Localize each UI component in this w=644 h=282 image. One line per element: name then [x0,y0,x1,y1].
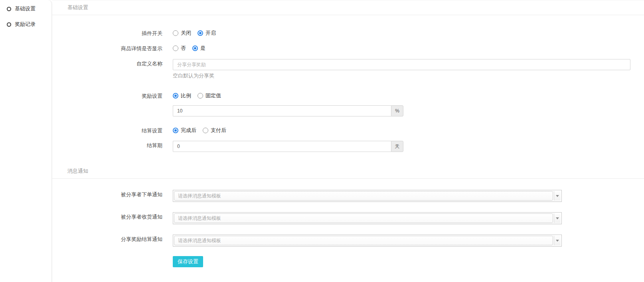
sidebar: 基础设置 奖励记录 [0,0,52,282]
radio-circle-icon [7,7,11,11]
notify-order-label: 被分享者下单通知 [52,190,162,198]
radio-icon[interactable] [173,128,178,133]
radio-option-after-complete[interactable]: 完成后 [173,127,196,134]
settings-panel: 基础设置 插件开关 关闭 开启 商品详情是否显示 否 是 [52,0,644,282]
radio-option-label: 完成后 [181,127,196,134]
reward-type-label: 奖励设置 [52,91,162,100]
notify-settle-label: 分享奖励结算通知 [52,235,162,243]
section-title-notify: 消息通知 [52,164,644,179]
plugin-switch-label: 插件开关 [52,29,162,37]
custom-name-label: 自定义名称 [52,59,162,67]
radio-option-label: 固定值 [205,92,221,99]
select-placeholder: 请选择消息通知模板 [174,191,553,201]
form-row-notify-receive: 被分享者收货通知 请选择消息通知模板 [52,212,644,224]
settle-type-label: 结算设置 [52,126,162,134]
chevron-down-icon[interactable] [554,213,561,223]
settle-period-label: 结算期 [52,141,162,149]
detail-show-radio-group: 否 是 [173,44,212,52]
sidebar-item-reward-records[interactable]: 奖励记录 [0,20,51,28]
section-title-basic: 基础设置 [52,0,644,15]
save-settings-button[interactable]: 保存设置 [173,256,203,267]
radio-option-label: 否 [181,45,186,52]
sidebar-item-label: 奖励记录 [15,21,36,28]
radio-option-label: 是 [200,45,205,52]
radio-option-label: 开启 [205,30,216,37]
radio-icon[interactable] [173,30,178,36]
select-placeholder: 请选择消息通知模板 [174,213,553,223]
radio-option-ratio[interactable]: 比例 [173,92,191,99]
notify-settle-select[interactable]: 请选择消息通知模板 [173,235,562,247]
radio-option-off[interactable]: 关闭 [173,30,191,37]
form-row-plugin-switch: 插件开关 关闭 开启 [52,29,644,37]
radio-option-fixed[interactable]: 固定值 [198,92,221,99]
reward-value-input[interactable] [173,105,391,116]
settle-period-group: 天 [173,141,403,152]
radio-option-on[interactable]: 开启 [198,30,216,37]
reward-value-group: % [173,105,403,116]
settle-type-radio-group: 完成后 支付后 [173,126,233,134]
plugin-switch-radio-group: 关闭 开启 [173,29,222,37]
form-row-settle-period: 结算期 天 [52,141,644,152]
reward-value-label-spacer [52,105,162,106]
radio-icon[interactable] [198,30,203,36]
sidebar-item-label: 基础设置 [15,5,36,12]
chevron-down-icon[interactable] [554,191,561,201]
notify-receive-select[interactable]: 请选择消息通知模板 [173,212,562,224]
radio-option-after-pay[interactable]: 支付后 [203,127,226,134]
sidebar-item-basic-settings[interactable]: 基础设置 [0,5,51,13]
form-row-detail-show: 商品详情是否显示 否 是 [52,44,644,52]
radio-icon[interactable] [203,128,208,133]
settle-period-input[interactable] [173,141,391,152]
radio-icon[interactable] [173,45,178,51]
custom-name-help: 空白默认为分享奖 [173,72,630,79]
radio-option-label: 关闭 [181,30,191,37]
radio-icon[interactable] [198,93,203,99]
chevron-down-icon[interactable] [554,236,561,245]
radio-option-label: 支付后 [211,127,226,134]
detail-show-label: 商品详情是否显示 [52,44,162,52]
form-row-custom-name: 自定义名称 空白默认为分享奖 [52,59,644,79]
form-row-reward-value: % [52,105,644,116]
radio-icon[interactable] [173,93,178,99]
notify-receive-label: 被分享者收货通知 [52,212,162,221]
radio-option-yes[interactable]: 是 [192,45,205,52]
custom-name-ctrl: 空白默认为分享奖 [173,59,630,79]
percent-addon: % [391,105,403,116]
radio-option-label: 比例 [181,92,191,99]
form-row-notify-settle: 分享奖励结算通知 请选择消息通知模板 [52,235,644,247]
radio-circle-icon [7,22,11,27]
days-addon: 天 [391,141,403,152]
form-row-reward-type: 奖励设置 比例 固定值 [52,91,644,100]
form-row-settle-type: 结算设置 完成后 支付后 [52,126,644,134]
form-row-notify-order: 被分享者下单通知 请选择消息通知模板 [52,190,644,202]
reward-type-radio-group: 比例 固定值 [173,91,227,99]
radio-option-no[interactable]: 否 [173,45,186,52]
select-placeholder: 请选择消息通知模板 [174,236,553,245]
notify-order-select[interactable]: 请选择消息通知模板 [173,190,562,202]
custom-name-input[interactable] [173,59,630,70]
radio-icon[interactable] [192,45,198,51]
